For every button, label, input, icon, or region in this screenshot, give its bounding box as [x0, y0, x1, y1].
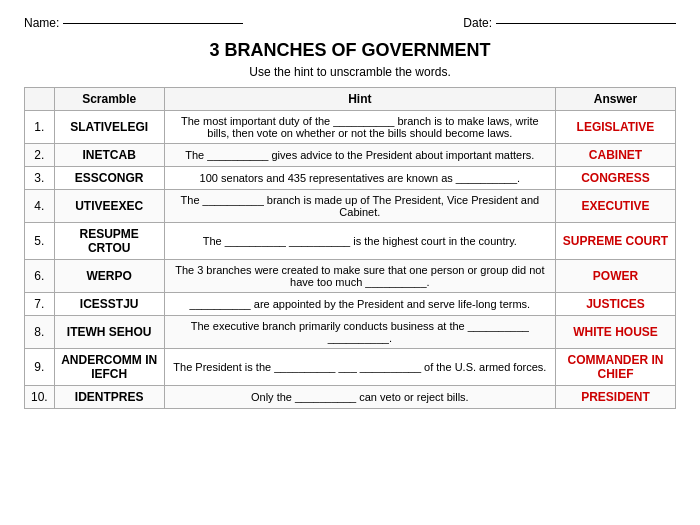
row-answer: COMMANDER IN CHIEF [556, 349, 676, 386]
row-answer: CABINET [556, 144, 676, 167]
row-hint: __________ are appointed by the Presiden… [164, 293, 555, 316]
row-scramble: SLATIVELEGI [54, 111, 164, 144]
row-scramble: ESSCONGR [54, 167, 164, 190]
row-num: 8. [25, 316, 55, 349]
row-num: 6. [25, 260, 55, 293]
page-subtitle: Use the hint to unscramble the words. [24, 65, 676, 79]
row-answer: WHITE HOUSE [556, 316, 676, 349]
table-row: 5.RESUPME CRTOUThe __________ __________… [25, 223, 676, 260]
row-scramble: WERPO [54, 260, 164, 293]
col-answer: Answer [556, 88, 676, 111]
row-scramble: IDENTPRES [54, 386, 164, 409]
row-scramble: INETCAB [54, 144, 164, 167]
row-num: 1. [25, 111, 55, 144]
date-label: Date: [463, 16, 492, 30]
page-title: 3 BRANCHES OF GOVERNMENT [24, 40, 676, 61]
row-num: 10. [25, 386, 55, 409]
name-line [63, 23, 243, 24]
table-row: 8.ITEWH SEHOUThe executive branch primar… [25, 316, 676, 349]
row-scramble: ICESSTJU [54, 293, 164, 316]
row-answer: LEGISLATIVE [556, 111, 676, 144]
row-hint: The 3 branches were created to make sure… [164, 260, 555, 293]
row-answer: CONGRESS [556, 167, 676, 190]
row-answer: PRESIDENT [556, 386, 676, 409]
row-hint: The executive branch primarily conducts … [164, 316, 555, 349]
row-scramble: ANDERCOMM IN IEFCH [54, 349, 164, 386]
row-scramble: RESUPME CRTOU [54, 223, 164, 260]
name-label: Name: [24, 16, 59, 30]
row-num: 5. [25, 223, 55, 260]
header: Name: Date: [24, 16, 676, 30]
date-line [496, 23, 676, 24]
main-table: Scramble Hint Answer 1.SLATIVELEGIThe mo… [24, 87, 676, 409]
row-hint: The President is the __________ ___ ____… [164, 349, 555, 386]
row-num: 9. [25, 349, 55, 386]
table-row: 9.ANDERCOMM IN IEFCHThe President is the… [25, 349, 676, 386]
col-num [25, 88, 55, 111]
name-field: Name: [24, 16, 243, 30]
row-scramble: UTIVEEXEC [54, 190, 164, 223]
table-header-row: Scramble Hint Answer [25, 88, 676, 111]
row-hint: Only the __________ can veto or reject b… [164, 386, 555, 409]
table-row: 7.ICESSTJU__________ are appointed by th… [25, 293, 676, 316]
table-row: 4.UTIVEEXECThe __________ branch is made… [25, 190, 676, 223]
row-answer: EXECUTIVE [556, 190, 676, 223]
row-answer: SUPREME COURT [556, 223, 676, 260]
col-scramble: Scramble [54, 88, 164, 111]
row-num: 4. [25, 190, 55, 223]
table-row: 6.WERPOThe 3 branches were created to ma… [25, 260, 676, 293]
table-row: 3.ESSCONGR100 senators and 435 represent… [25, 167, 676, 190]
row-answer: POWER [556, 260, 676, 293]
row-scramble: ITEWH SEHOU [54, 316, 164, 349]
row-hint: The __________ __________ is the highest… [164, 223, 555, 260]
row-hint: The __________ gives advice to the Presi… [164, 144, 555, 167]
row-hint: The most important duty of the _________… [164, 111, 555, 144]
row-num: 7. [25, 293, 55, 316]
row-answer: JUSTICES [556, 293, 676, 316]
row-hint: 100 senators and 435 representatives are… [164, 167, 555, 190]
date-field: Date: [463, 16, 676, 30]
table-row: 10.IDENTPRESOnly the __________ can veto… [25, 386, 676, 409]
row-hint: The __________ branch is made up of The … [164, 190, 555, 223]
row-num: 3. [25, 167, 55, 190]
row-num: 2. [25, 144, 55, 167]
table-row: 1.SLATIVELEGIThe most important duty of … [25, 111, 676, 144]
col-hint: Hint [164, 88, 555, 111]
table-row: 2.INETCABThe __________ gives advice to … [25, 144, 676, 167]
